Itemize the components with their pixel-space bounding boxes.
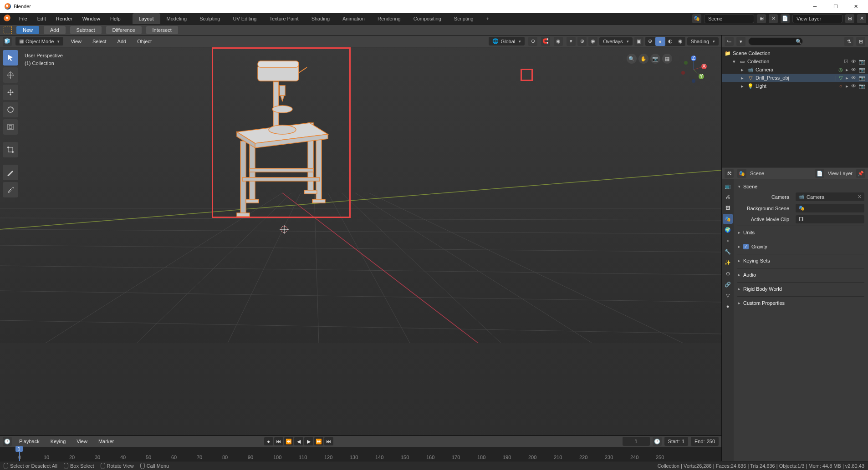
keyframe-next-button[interactable]: ⏩ <box>314 437 323 445</box>
workspace-uv-editing[interactable]: UV Editing <box>226 13 263 24</box>
scene-panel-header[interactable]: Scene <box>737 182 864 191</box>
menu-render[interactable]: Render <box>51 14 77 23</box>
timeline-editor-icon[interactable]: 🕐 <box>3 437 12 446</box>
scene-name-input[interactable] <box>704 14 754 23</box>
scene-new-icon[interactable]: ⊞ <box>757 14 766 23</box>
drill-press-model[interactable] <box>214 50 351 218</box>
units-panel[interactable]: Units <box>737 228 864 237</box>
eye-icon[interactable]: 👁 <box>851 59 856 65</box>
scene-tab-icon[interactable]: 🎭 <box>723 214 733 224</box>
menu-help[interactable]: Help <box>106 14 125 23</box>
select-icon[interactable]: ▸ <box>846 83 848 89</box>
solid-shading-icon[interactable]: ● <box>655 37 665 46</box>
eye-icon[interactable]: 👁 <box>851 75 856 81</box>
disclosure-icon[interactable]: ▸ <box>741 75 745 81</box>
boolean-difference-button[interactable]: Difference <box>106 26 142 34</box>
disclosure-icon[interactable]: ▸ <box>741 83 745 89</box>
workspace-layout[interactable]: Layout <box>133 13 160 24</box>
viewlayer-new-icon[interactable]: ⊞ <box>845 14 854 23</box>
pan-nav-icon[interactable]: ✋ <box>638 54 648 64</box>
constraints-tab-icon[interactable]: 🔗 <box>723 279 733 289</box>
annotate-tool[interactable] <box>3 165 18 180</box>
workspace-compositing[interactable]: Compositing <box>407 13 448 24</box>
data-tab-icon[interactable]: ▽ <box>723 290 733 300</box>
preview-range-toggle[interactable]: 🕐 <box>653 437 662 446</box>
workspace-scripting[interactable]: Scripting <box>448 13 480 24</box>
jump-start-button[interactable]: ⏮ <box>274 437 283 445</box>
select-icon[interactable]: ▸ <box>846 75 848 81</box>
render-icon[interactable]: 📷 <box>859 59 865 65</box>
exclude-toggle[interactable]: ☑ <box>844 59 848 65</box>
camera-field[interactable]: 📹 Camera ✕ <box>796 192 864 201</box>
clear-icon[interactable]: ✕ <box>858 194 862 200</box>
properties-editor-icon[interactable]: 🛠 <box>725 169 734 178</box>
lookdev-shading-icon[interactable]: ◐ <box>665 37 675 46</box>
editor-type-icon[interactable]: 🧊 <box>3 37 12 46</box>
rendered-shading-icon[interactable]: ◉ <box>675 37 685 46</box>
wireframe-shading-icon[interactable]: ⊕ <box>645 37 655 46</box>
viewlayer-browse-icon[interactable]: 📄 <box>781 14 790 23</box>
view-menu[interactable]: View <box>67 37 85 46</box>
menu-edit[interactable]: Edit <box>33 14 51 23</box>
marker-menu[interactable]: Marker <box>95 437 117 446</box>
outliner-display-dropdown[interactable]: ≔ <box>725 37 734 46</box>
select-box-tool[interactable] <box>3 50 18 66</box>
workspace-animation[interactable]: Animation <box>336 13 371 24</box>
pin-icon[interactable]: 📌 <box>856 169 865 178</box>
bg-scene-field[interactable]: 🎭 <box>796 204 864 212</box>
select-icon[interactable]: ▸ <box>846 67 848 73</box>
measure-tool[interactable] <box>3 182 18 197</box>
end-frame-input[interactable]: End: 250 <box>691 437 719 446</box>
gravity-checkbox[interactable]: ✓ <box>743 244 749 249</box>
object-menu[interactable]: Object <box>133 37 155 46</box>
disclosure-icon[interactable]: ▸ <box>741 67 745 73</box>
tree-collection[interactable]: ▾ ▭ Collection ☑👁📷 <box>722 57 868 66</box>
object-tab-icon[interactable]: ▫ <box>723 236 733 246</box>
tree-item-light[interactable]: ▸ 💡 Light ○ ▸👁📷 <box>722 82 868 90</box>
active-clip-field[interactable]: 🎞 <box>796 215 864 223</box>
keying-sets-panel[interactable]: Keying Sets <box>737 256 864 265</box>
jump-end-button[interactable]: ⏭ <box>324 437 333 445</box>
boolean-intersect-button[interactable]: Intersect <box>146 26 178 34</box>
snap-toggle[interactable]: 🧲 <box>541 37 550 46</box>
tree-item-drill-press[interactable]: ▸ ▽ Drill_Press_obj | ▽ ▸👁📷 <box>722 74 868 82</box>
start-frame-input[interactable]: Start: 1 <box>664 437 688 446</box>
outliner-new-collection-icon[interactable]: ⊞ <box>856 37 865 46</box>
blender-menu-icon[interactable] <box>4 15 12 23</box>
add-menu[interactable]: Add <box>114 37 130 46</box>
play-reverse-button[interactable]: ◀ <box>294 437 303 445</box>
playback-menu[interactable]: Playback <box>15 437 43 446</box>
auto-key-toggle[interactable]: ● <box>264 437 273 445</box>
maximize-button[interactable]: ☐ <box>825 0 846 13</box>
physics-tab-icon[interactable]: ⊙ <box>723 268 733 278</box>
workspace-texture-paint[interactable]: Texture Paint <box>263 13 305 24</box>
gizmo-dropdown[interactable]: ⊕ <box>577 37 587 46</box>
tree-item-camera[interactable]: ▸ 📹 Camera ◎ ▸👁📷 <box>722 66 868 74</box>
orientation-dropdown[interactable]: 🌐 Global <box>489 37 525 45</box>
proportional-toggle[interactable]: ◉ <box>554 37 563 46</box>
timeline-view-menu[interactable]: View <box>73 437 91 446</box>
boolean-subtract-button[interactable]: Subtract <box>70 26 102 34</box>
timeline-track[interactable]: 0102030405060708090100110120130140150160… <box>0 447 721 461</box>
rotate-tool[interactable] <box>3 102 18 117</box>
close-button[interactable]: ✕ <box>846 0 866 13</box>
move-tool[interactable] <box>3 85 18 100</box>
select-menu[interactable]: Select <box>89 37 110 46</box>
view-layer-input[interactable] <box>792 14 842 23</box>
eye-icon[interactable]: 👁 <box>851 67 856 73</box>
transform-tool[interactable] <box>3 142 18 157</box>
particles-tab-icon[interactable]: ✨ <box>723 258 733 268</box>
minimize-button[interactable]: ─ <box>805 0 825 13</box>
overlays-dropdown[interactable]: Overlays <box>599 37 632 45</box>
menu-window[interactable]: Window <box>78 14 105 23</box>
workspace-add[interactable]: + <box>480 13 495 24</box>
viewlayer-tab-icon[interactable]: 🖼 <box>723 203 733 213</box>
custom-props-panel[interactable]: Custom Properties <box>737 298 864 308</box>
outliner-search-input[interactable] <box>748 37 803 45</box>
camera-nav-icon[interactable]: 📷 <box>650 54 660 64</box>
scene-browse-icon[interactable]: 🎭 <box>692 14 701 23</box>
pivot-dropdown[interactable]: ⊙ <box>528 37 537 46</box>
outliner-filter-icon[interactable]: ⚗ <box>844 37 853 46</box>
keying-menu[interactable]: Keying <box>47 437 70 446</box>
boolean-new-button[interactable]: New <box>16 26 39 34</box>
